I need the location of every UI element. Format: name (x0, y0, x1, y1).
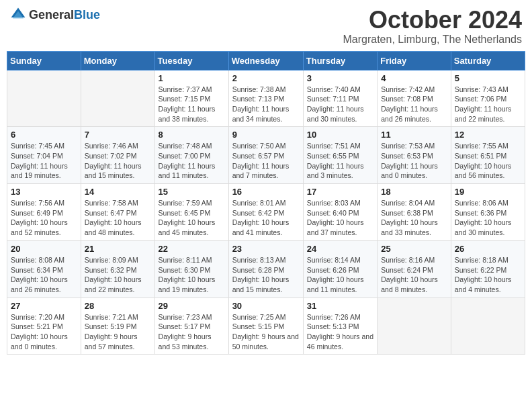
calendar-cell (451, 298, 525, 355)
calendar-body: 1Sunrise: 7:37 AM Sunset: 7:15 PM Daylig… (7, 70, 525, 355)
calendar-cell: 12Sunrise: 7:55 AM Sunset: 6:51 PM Dayli… (451, 127, 525, 184)
day-number: 20 (11, 244, 77, 254)
calendar-week-5: 27Sunrise: 7:20 AM Sunset: 5:21 PM Dayli… (7, 298, 525, 355)
calendar-cell: 13Sunrise: 7:56 AM Sunset: 6:49 PM Dayli… (7, 184, 81, 241)
calendar-cell: 1Sunrise: 7:37 AM Sunset: 7:15 PM Daylig… (154, 70, 228, 127)
logo-general: General (29, 8, 74, 21)
day-number: 5 (455, 73, 521, 83)
calendar-week-2: 6Sunrise: 7:45 AM Sunset: 7:04 PM Daylig… (7, 127, 525, 184)
weekday-monday: Monday (81, 51, 154, 70)
day-info: Sunrise: 7:59 AM Sunset: 6:45 PM Dayligh… (159, 198, 225, 238)
calendar-cell: 22Sunrise: 8:11 AM Sunset: 6:30 PM Dayli… (154, 240, 228, 298)
day-number: 6 (11, 130, 77, 140)
day-info: Sunrise: 7:46 AM Sunset: 7:02 PM Dayligh… (85, 141, 151, 181)
weekday-tuesday: Tuesday (154, 51, 228, 70)
day-info: Sunrise: 8:01 AM Sunset: 6:42 PM Dayligh… (232, 198, 300, 238)
location-title: Margraten, Limburg, The Netherlands (343, 34, 522, 46)
day-info: Sunrise: 7:38 AM Sunset: 7:13 PM Dayligh… (232, 85, 300, 124)
calendar-cell: 18Sunrise: 8:04 AM Sunset: 6:38 PM Dayli… (378, 184, 451, 241)
day-info: Sunrise: 7:37 AM Sunset: 7:15 PM Dayligh… (159, 85, 225, 124)
calendar-cell: 24Sunrise: 8:14 AM Sunset: 6:26 PM Dayli… (303, 240, 377, 298)
calendar-cell: 26Sunrise: 8:18 AM Sunset: 6:22 PM Dayli… (451, 240, 525, 298)
day-info: Sunrise: 7:43 AM Sunset: 7:06 PM Dayligh… (455, 85, 521, 124)
day-number: 13 (11, 187, 77, 197)
calendar-cell: 4Sunrise: 7:42 AM Sunset: 7:08 PM Daylig… (378, 70, 451, 127)
calendar-cell (378, 298, 451, 355)
calendar-cell: 17Sunrise: 8:03 AM Sunset: 6:40 PM Dayli… (303, 184, 377, 241)
calendar-cell: 10Sunrise: 7:51 AM Sunset: 6:55 PM Dayli… (303, 127, 377, 184)
weekday-sunday: Sunday (7, 51, 81, 70)
page-header: GeneralBlue October 2024 Margraten, Limb… (7, 7, 525, 46)
day-info: Sunrise: 7:51 AM Sunset: 6:55 PM Dayligh… (307, 141, 373, 181)
day-number: 18 (381, 187, 447, 197)
day-info: Sunrise: 8:08 AM Sunset: 6:34 PM Dayligh… (11, 255, 77, 295)
day-info: Sunrise: 8:13 AM Sunset: 6:28 PM Dayligh… (232, 255, 300, 295)
day-info: Sunrise: 7:56 AM Sunset: 6:49 PM Dayligh… (11, 198, 77, 238)
calendar-cell: 20Sunrise: 8:08 AM Sunset: 6:34 PM Dayli… (7, 240, 81, 298)
calendar-cell (7, 70, 81, 127)
day-number: 1 (159, 73, 225, 83)
calendar-cell: 30Sunrise: 7:25 AM Sunset: 5:15 PM Dayli… (228, 298, 303, 355)
calendar-cell: 11Sunrise: 7:53 AM Sunset: 6:53 PM Dayli… (378, 127, 451, 184)
day-info: Sunrise: 7:23 AM Sunset: 5:17 PM Dayligh… (159, 312, 225, 352)
calendar-cell: 14Sunrise: 7:58 AM Sunset: 6:47 PM Dayli… (81, 184, 154, 241)
day-info: Sunrise: 8:11 AM Sunset: 6:30 PM Dayligh… (159, 255, 225, 295)
weekday-header-row: SundayMondayTuesdayWednesdayThursdayFrid… (7, 51, 525, 70)
weekday-thursday: Thursday (303, 51, 377, 70)
calendar-week-1: 1Sunrise: 7:37 AM Sunset: 7:15 PM Daylig… (7, 70, 525, 127)
calendar-table: SundayMondayTuesdayWednesdayThursdayFrid… (7, 51, 525, 355)
calendar-week-3: 13Sunrise: 7:56 AM Sunset: 6:49 PM Dayli… (7, 184, 525, 241)
day-number: 9 (232, 130, 300, 140)
day-info: Sunrise: 7:48 AM Sunset: 7:00 PM Dayligh… (159, 141, 225, 181)
calendar-cell: 28Sunrise: 7:21 AM Sunset: 5:19 PM Dayli… (81, 298, 154, 355)
day-number: 28 (85, 301, 151, 311)
day-number: 25 (381, 244, 447, 254)
calendar-cell: 27Sunrise: 7:20 AM Sunset: 5:21 PM Dayli… (7, 298, 81, 355)
day-info: Sunrise: 7:25 AM Sunset: 5:15 PM Dayligh… (232, 312, 300, 352)
day-info: Sunrise: 7:21 AM Sunset: 5:19 PM Dayligh… (85, 312, 151, 352)
day-number: 11 (381, 130, 447, 140)
day-info: Sunrise: 8:18 AM Sunset: 6:22 PM Dayligh… (455, 255, 521, 295)
day-number: 31 (307, 301, 373, 311)
logo: GeneralBlue (10, 7, 100, 23)
month-title: October 2024 (343, 7, 522, 34)
calendar-cell: 6Sunrise: 7:45 AM Sunset: 7:04 PM Daylig… (7, 127, 81, 184)
calendar-cell: 5Sunrise: 7:43 AM Sunset: 7:06 PM Daylig… (451, 70, 525, 127)
day-number: 24 (307, 244, 373, 254)
day-info: Sunrise: 7:55 AM Sunset: 6:51 PM Dayligh… (455, 141, 521, 181)
weekday-wednesday: Wednesday (228, 51, 303, 70)
calendar-cell: 25Sunrise: 8:16 AM Sunset: 6:24 PM Dayli… (378, 240, 451, 298)
day-number: 29 (159, 301, 225, 311)
day-info: Sunrise: 7:50 AM Sunset: 6:57 PM Dayligh… (232, 141, 300, 181)
day-info: Sunrise: 8:16 AM Sunset: 6:24 PM Dayligh… (381, 255, 447, 295)
calendar-cell: 31Sunrise: 7:26 AM Sunset: 5:13 PM Dayli… (303, 298, 377, 355)
day-number: 26 (455, 244, 521, 254)
day-info: Sunrise: 7:26 AM Sunset: 5:13 PM Dayligh… (307, 312, 373, 352)
day-number: 16 (232, 187, 300, 197)
day-info: Sunrise: 7:53 AM Sunset: 6:53 PM Dayligh… (381, 141, 447, 181)
day-number: 3 (307, 73, 373, 83)
day-info: Sunrise: 7:58 AM Sunset: 6:47 PM Dayligh… (85, 198, 151, 238)
calendar-cell (81, 70, 154, 127)
day-info: Sunrise: 7:20 AM Sunset: 5:21 PM Dayligh… (11, 312, 77, 352)
day-number: 12 (455, 130, 521, 140)
day-number: 30 (232, 301, 300, 311)
calendar-cell: 9Sunrise: 7:50 AM Sunset: 6:57 PM Daylig… (228, 127, 303, 184)
day-number: 15 (159, 187, 225, 197)
day-number: 2 (232, 73, 300, 83)
calendar-cell: 16Sunrise: 8:01 AM Sunset: 6:42 PM Dayli… (228, 184, 303, 241)
logo-icon (10, 7, 26, 23)
calendar-cell: 19Sunrise: 8:06 AM Sunset: 6:36 PM Dayli… (451, 184, 525, 241)
calendar-cell: 3Sunrise: 7:40 AM Sunset: 7:11 PM Daylig… (303, 70, 377, 127)
day-number: 23 (232, 244, 300, 254)
day-number: 4 (381, 73, 447, 83)
logo-blue: Blue (74, 8, 100, 21)
calendar-cell: 21Sunrise: 8:09 AM Sunset: 6:32 PM Dayli… (81, 240, 154, 298)
day-info: Sunrise: 8:04 AM Sunset: 6:38 PM Dayligh… (381, 198, 447, 238)
day-info: Sunrise: 7:40 AM Sunset: 7:11 PM Dayligh… (307, 85, 373, 124)
day-number: 19 (455, 187, 521, 197)
weekday-saturday: Saturday (451, 51, 525, 70)
day-number: 21 (85, 244, 151, 254)
day-info: Sunrise: 8:03 AM Sunset: 6:40 PM Dayligh… (307, 198, 373, 238)
day-number: 10 (307, 130, 373, 140)
